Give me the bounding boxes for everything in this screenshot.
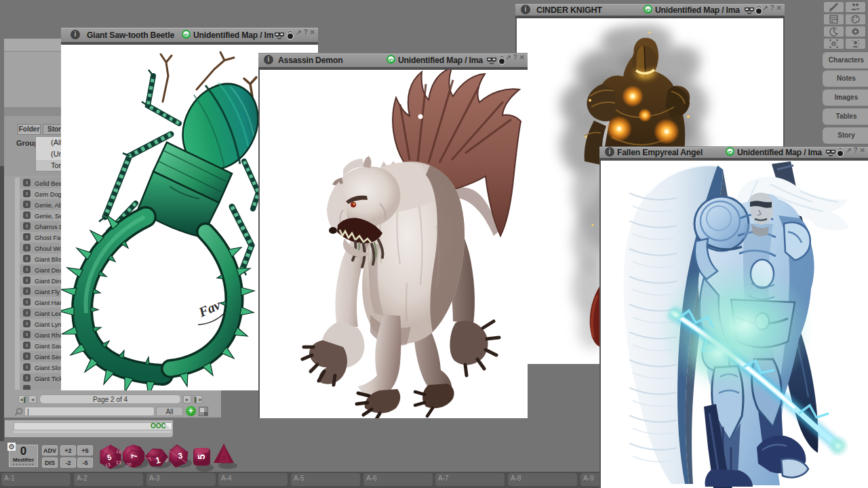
svg-text:2: 2	[222, 455, 225, 460]
svg-text:Fav: Fav	[196, 297, 223, 320]
svg-text:10: 10	[127, 462, 132, 466]
svg-text:13: 13	[116, 460, 121, 465]
svg-text:5: 5	[196, 454, 207, 460]
